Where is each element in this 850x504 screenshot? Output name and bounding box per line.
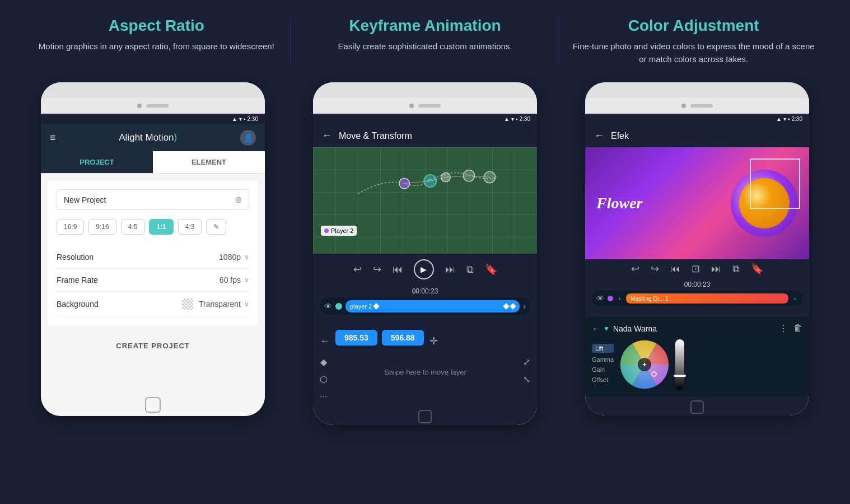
phone3-track[interactable]: 👁 ‹ Masking Gr... 1 › [592, 291, 802, 306]
undo-icon-3[interactable]: ↩ [631, 263, 639, 275]
divider-1 [291, 17, 291, 66]
home-button[interactable] [145, 397, 161, 413]
anchor-icon[interactable]: ◆ [320, 357, 327, 367]
project-name-text: New Project [64, 195, 106, 204]
avatar[interactable]: 👤 [240, 130, 256, 146]
home-button-3[interactable] [690, 400, 704, 414]
skip-end-icon-3[interactable]: ⏭ [711, 263, 721, 275]
bookmark-icon-3[interactable]: 🔖 [751, 263, 763, 275]
scale-icon[interactable]: ⤢ [523, 357, 530, 367]
panel-more-icon[interactable]: ⋮ [779, 323, 788, 334]
framerate-value[interactable]: 60 fps ∨ [219, 276, 249, 284]
phone2-transform: ← 985.53 596.88 ✛ ◆ ⬡ ··· Swipe here to … [313, 323, 537, 408]
offset-label[interactable]: Offset [592, 376, 614, 383]
phone3-screen: ▲ ▾ ▪ 2:30 ← Efek Flower ↩ [585, 114, 809, 399]
transform-back-icon[interactable]: ← [320, 335, 330, 347]
color-labels: Lift Gamma Gain Offset [592, 339, 614, 383]
back-icon-3[interactable]: ← [594, 130, 604, 142]
resolution-value[interactable]: 1080p ∨ [219, 253, 249, 262]
color-wheel-section: Lift Gamma Gain Offset [592, 339, 802, 390]
undo-icon[interactable]: ↩ [353, 263, 362, 276]
track-clip[interactable]: player 2 [345, 300, 520, 312]
resolution-row: Resolution 1080p ∨ [57, 246, 249, 269]
phone3-status-bar: ▲ ▾ ▪ 2:30 [585, 114, 809, 124]
bookmark-icon[interactable]: 🔖 [485, 263, 497, 276]
frame-icon-3[interactable]: ⊡ [692, 263, 700, 275]
resolution-chevron: ∨ [244, 253, 249, 261]
x-coord[interactable]: 985.53 [335, 330, 377, 346]
ratio-btn-9-16[interactable]: 9:16 [88, 219, 116, 235]
lift-btn[interactable]: Lift [592, 344, 614, 353]
feature-color: Color Adjustment Fine-tune photo and vid… [571, 17, 816, 66]
panel-delete-icon[interactable]: 🗑 [793, 323, 802, 334]
flower-image: Flower [585, 147, 809, 259]
track-eye-icon-3[interactable]: 👁 [596, 294, 604, 303]
tooltip-label: Player 2 [331, 227, 353, 234]
divider-2 [559, 17, 559, 66]
svg-point-4 [484, 171, 495, 183]
color-slider[interactable] [675, 339, 684, 390]
track-label: player 2 [350, 303, 372, 310]
color-track-clip[interactable]: Masking Gr... 1 [626, 293, 788, 304]
dots-icon[interactable]: ··· [320, 391, 327, 402]
redo-icon[interactable]: ↪ [373, 263, 381, 276]
color-wheel[interactable] [619, 339, 670, 390]
framerate-row: Frame Rate 60 fps ∨ [57, 269, 249, 292]
flower-text: Flower [596, 194, 642, 212]
ratio-btn-16-9[interactable]: 16:9 [57, 219, 84, 235]
panel-title: ← ▼ Nada Warna [592, 324, 657, 333]
track-arrow-l[interactable]: ‹ [619, 296, 620, 302]
track-eye-icon[interactable]: 👁 [324, 302, 332, 311]
transform-move-icon[interactable]: ✛ [429, 335, 438, 347]
ratio-btn-1-1[interactable]: 1:1 [149, 219, 173, 235]
skip-start-icon-3[interactable]: ⏮ [670, 263, 680, 275]
ratio-btn-4-5[interactable]: 4:5 [121, 219, 145, 235]
tab-element[interactable]: ELEMENT [153, 151, 265, 173]
y-coord[interactable]: 596.88 [382, 330, 424, 346]
phone2-bottom [313, 408, 537, 425]
phone2-time: 2:30 [520, 116, 530, 122]
phone2-track[interactable]: 👁 player 2 › [320, 297, 530, 315]
battery-icon-3: ▪ [788, 116, 790, 122]
back-icon-2[interactable]: ← [322, 130, 332, 142]
clear-icon[interactable]: ⊗ [235, 194, 242, 205]
expand-icon[interactable]: ⤡ [523, 374, 530, 385]
tab-project[interactable]: PROJECT [41, 151, 153, 173]
color-track-label: Masking Gr... 1 [631, 296, 668, 302]
signal-icon: ▲ [232, 116, 237, 122]
create-project-button[interactable]: CREATE PROJECT [41, 333, 265, 359]
phone2-status-icons: ▲ ▾ ▪ 2:30 [504, 116, 530, 122]
track-more-icon[interactable]: › [523, 302, 526, 311]
phone3-top-bar [585, 98, 809, 114]
background-value[interactable]: Transparent ∨ [182, 298, 249, 310]
skip-start-icon[interactable]: ⏮ [393, 264, 403, 276]
phone1-top-bar [41, 98, 265, 114]
ratio-btn-4-3[interactable]: 4:3 [178, 219, 202, 235]
back-icon-panel[interactable]: ← [592, 324, 600, 333]
skip-end-icon[interactable]: ⏭ [445, 264, 455, 276]
play-button[interactable]: ▶ [414, 259, 434, 279]
resolution-label: Resolution [57, 253, 94, 262]
crop-icon[interactable]: ⬡ [320, 374, 328, 385]
app-title: Alight Motion) [119, 132, 177, 143]
wifi-icon: ▾ [239, 116, 242, 122]
gamma-label[interactable]: Gamma [592, 356, 614, 363]
redo-icon-3[interactable]: ↪ [651, 263, 659, 275]
phone1-bottom [41, 394, 265, 416]
home-button-2[interactable] [418, 410, 432, 423]
track-dot [335, 303, 342, 310]
tooltip-dot [324, 228, 329, 233]
wifi-icon-3: ▾ [783, 116, 786, 122]
copy-icon-3[interactable]: ⧉ [732, 263, 740, 275]
framerate-label: Frame Rate [57, 276, 98, 284]
track-arrow-r[interactable]: › [794, 296, 796, 302]
logo-dot: ) [174, 132, 178, 143]
project-name-field[interactable]: New Project ⊗ [57, 189, 249, 210]
player2-tooltip: Player 2 [321, 226, 357, 236]
menu-icon[interactable]: ≡ [50, 132, 56, 144]
gain-label[interactable]: Gain [592, 366, 614, 373]
motion-path-svg [313, 147, 537, 214]
copy-icon[interactable]: ⧉ [466, 264, 474, 276]
ratio-btn-custom[interactable]: ✎ [206, 219, 226, 235]
svg-point-0 [399, 178, 409, 188]
